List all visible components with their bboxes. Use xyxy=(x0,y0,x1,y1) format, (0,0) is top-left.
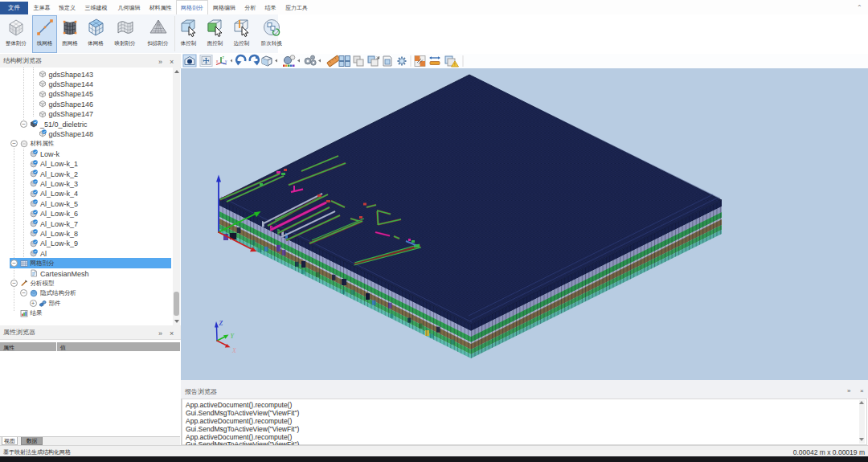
svg-text:Z: Z xyxy=(219,320,223,327)
svg-text:x: x xyxy=(216,59,219,63)
svg-text:y: y xyxy=(225,59,227,63)
